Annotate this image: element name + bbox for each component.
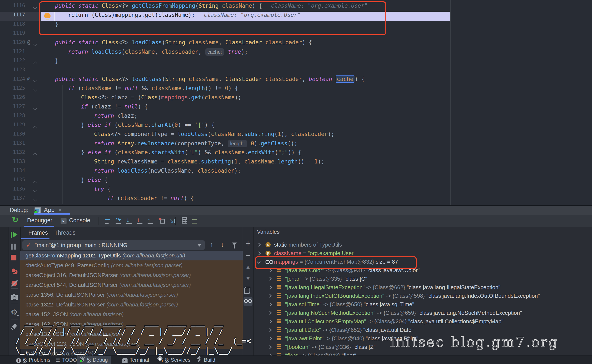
variable-row[interactable]: "java.sql.Time" -> {Class@650} "class ja… [253,300,586,309]
tab-threads[interactable]: Threads [54,227,75,239]
thread-dropdown[interactable]: ✓ "main"@1 in group "main": RUNNING [22,240,205,250]
variable-row[interactable]: "java.util.Collections$EmptyMap" -> {Cla… [253,317,586,326]
code-line-1132: 1132} else if (className.startsWith("L")… [0,149,592,158]
variable-row[interactable]: "[char" -> {Class@335} "class [C" [253,274,586,283]
add-watch-icon[interactable]: + [244,240,252,247]
fold-marker-icon[interactable] [33,5,37,9]
duplicate-icon[interactable] [244,287,252,294]
chevron-right-icon[interactable] [268,285,272,289]
rerun-icon[interactable]: ↻ [12,216,20,224]
line-number[interactable]: 1131 [0,140,25,149]
fold-marker-icon[interactable] [33,88,37,92]
variable-row[interactable]: "java.lang.NoSuchMethodException" -> {Cl… [253,309,586,317]
fold-marker-icon[interactable] [33,106,37,110]
map-entry-icon [276,319,281,324]
resume-icon[interactable] [11,232,19,240]
next-frame-icon[interactable]: ↓ [221,241,224,248]
tab-debugger[interactable]: Debugger [27,214,53,227]
drop-frame-icon[interactable]: × [158,217,166,225]
tab-console[interactable]: Console [69,214,90,227]
line-number[interactable]: 1132 [0,149,25,158]
line-number[interactable]: 1124 [0,76,25,85]
filter-frames-icon[interactable] [232,242,237,246]
view-breakpoints-icon[interactable] [11,268,19,276]
code-editor[interactable]: 1116public static Class<?> getClassFromM… [0,0,592,205]
fold-marker-icon[interactable] [33,61,37,65]
previous-frame-icon[interactable]: ↑ [210,241,213,248]
line-number[interactable]: 1118 [0,21,25,30]
close-icon[interactable]: × [59,206,62,214]
fold-marker-icon[interactable] [33,42,37,46]
line-number[interactable]: 1137 [0,195,25,204]
line-number[interactable]: 1128 [0,112,25,122]
stack-frame[interactable]: getClassFromMapping:1202, TypeUtils (com… [20,251,243,260]
show-watches-icon[interactable] [243,297,252,306]
line-number[interactable]: 1130 [0,131,25,140]
stack-frame[interactable]: parse:1356, DefaultJSONParser (com.aliba… [20,290,243,300]
mute-breakpoints-icon[interactable] [11,280,19,288]
pause-icon[interactable] [11,244,19,252]
line-number[interactable]: 1122 [0,58,25,67]
move-up-icon[interactable]: ▲ [244,264,252,271]
variable-row[interactable]: "java.util.Date" -> {Class@652} "class j… [253,326,586,334]
line-number[interactable]: 1133 [0,158,25,168]
stack-frame[interactable]: checkAutoType:949, ParserConfig (com.ali… [20,260,243,270]
tab-frames[interactable]: Frames [28,227,48,239]
fold-marker-icon[interactable] [33,188,37,192]
show-execution-point-icon[interactable] [105,217,113,225]
line-number[interactable]: 1119 [0,30,25,39]
line-number[interactable]: 1120 [0,39,25,48]
chevron-right-icon[interactable] [268,311,272,315]
move-down-icon[interactable]: ▼ [244,275,252,282]
stack-frame[interactable]: parseObject:316, DefaultJSONParser (com.… [20,270,243,280]
statusbar-item-terminal[interactable]: >_Terminal [119,356,152,364]
step-over-icon[interactable]: ↷ [116,217,123,225]
line-number[interactable]: 1116 [0,3,25,12]
line-number[interactable]: 1134 [0,168,25,177]
variable-row[interactable]: "java.lang.IndexOutOfBoundsException" ->… [253,292,586,300]
chevron-right-icon[interactable] [268,294,272,298]
chevron-right-icon[interactable] [257,251,261,255]
line-number[interactable]: 1123 [0,67,25,76]
statusbar-item-problems[interactable]: !6: Problems [13,356,53,364]
chevron-right-icon[interactable] [268,328,272,332]
chevron-right-icon[interactable] [268,302,272,306]
line-number[interactable]: 1127 [0,103,25,112]
fold-marker-icon[interactable] [33,198,37,202]
statusbar-item-debug[interactable]: 5: Debug [77,356,111,364]
layout-settings-icon[interactable] [192,217,200,225]
settings-icon[interactable]: ⚙ [11,308,19,317]
chevron-right-icon[interactable] [268,345,272,349]
force-step-into-icon[interactable]: ↓ [137,217,145,225]
line-number[interactable]: 1126 [0,94,25,103]
variable-row[interactable]: "java.lang.IllegalStateException" -> {Cl… [253,283,586,292]
statusbar-item-services[interactable]: 8: Services [155,356,193,364]
stop-icon[interactable] [11,255,19,263]
step-out-icon[interactable]: ↑ [148,217,155,225]
statusbar-item-todo[interactable]: ☰TODO [53,356,80,364]
fold-marker-icon[interactable] [33,125,37,129]
fold-marker-icon[interactable] [33,79,37,83]
line-number[interactable]: 1121 [0,48,25,58]
line-number[interactable]: 1129 [0,122,25,131]
chevron-right-icon[interactable] [268,319,272,323]
variable-row[interactable]: sstatic members of TypeUtils [253,240,586,249]
chevron-right-icon[interactable] [268,277,272,281]
fold-marker-icon[interactable] [33,180,37,184]
statusbar-item-build[interactable]: Build [194,356,218,364]
memory-snapshot-icon[interactable] [11,293,19,302]
line-number[interactable]: 1136 [0,186,25,195]
code-line-1131: 1131return Array.newInstance(componentTy… [0,140,592,149]
line-number[interactable]: 1135 [0,177,25,186]
stack-frame[interactable]: parse:1322, DefaultJSONParser (com.aliba… [20,300,243,309]
static-members-icon: s [265,242,271,247]
fold-marker-icon[interactable] [33,153,37,157]
step-into-icon[interactable]: ↓ [126,217,134,225]
stack-frame[interactable]: parseObject:544, DefaultJSONParser (com.… [20,280,243,290]
chevron-right-icon[interactable] [268,337,272,340]
evaluate-expression-icon[interactable] [182,217,189,225]
line-number[interactable]: 1117 [0,12,25,21]
chevron-right-icon[interactable] [257,243,261,247]
line-number[interactable]: 1125 [0,85,25,94]
remove-watch-icon[interactable]: − [244,252,252,259]
